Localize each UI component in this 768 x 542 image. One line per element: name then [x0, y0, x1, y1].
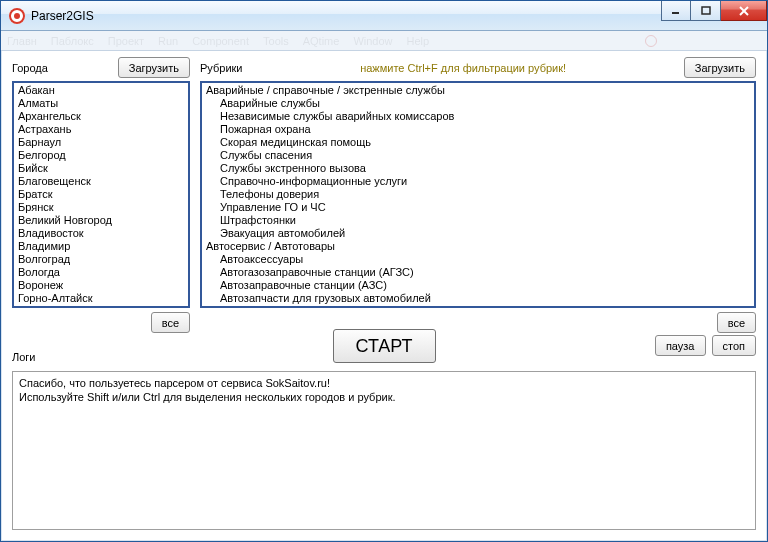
list-item[interactable]: Архангельск — [14, 110, 188, 123]
minimize-icon — [671, 6, 681, 16]
list-item[interactable]: Брянск — [14, 201, 188, 214]
minimize-button[interactable] — [661, 1, 691, 21]
content-area: Города Загрузить АбаканАлматыАрхангельск… — [2, 51, 766, 540]
list-item[interactable]: Штрафстоянки — [202, 214, 754, 227]
start-button[interactable]: СТАРТ — [333, 329, 436, 363]
cities-panel: Города Загрузить АбаканАлматыАрхангельск… — [12, 57, 190, 319]
rubrics-listbox[interactable]: Аварийные / справочные / экстренные служ… — [200, 81, 756, 308]
rubrics-panel: Рубрики нажмите Ctrl+F для фильтрации ру… — [200, 57, 756, 319]
list-item[interactable]: Владивосток — [14, 227, 188, 240]
list-item[interactable]: Автозаправочные станции (АЗС) — [202, 279, 754, 292]
cities-load-button[interactable]: Загрузить — [118, 57, 190, 78]
list-item[interactable]: Автозапчасти для грузовых автомобилей — [202, 292, 754, 305]
maximize-button[interactable] — [691, 1, 721, 21]
close-icon — [738, 6, 750, 16]
list-item[interactable]: Независимые службы аварийных комиссаров — [202, 110, 754, 123]
list-item[interactable]: Владимир — [14, 240, 188, 253]
list-item[interactable]: Автоаксессуары — [202, 253, 754, 266]
list-item[interactable]: Горно-Алтайск — [14, 292, 188, 305]
list-item[interactable]: Пожарная охрана — [202, 123, 754, 136]
rubrics-load-button[interactable]: Загрузить — [684, 57, 756, 78]
list-item[interactable]: Великий Новгород — [14, 214, 188, 227]
cities-listbox[interactable]: АбаканАлматыАрхангельскАстраханьБарнаулБ… — [12, 81, 190, 308]
list-item[interactable]: Благовещенск — [14, 175, 188, 188]
rubrics-hint: нажмите Ctrl+F для фильтрации рубрик! — [242, 62, 683, 74]
list-item[interactable]: Службы экстренного вызова — [202, 162, 754, 175]
app-window: Parser2GIS ГлавнПаблоксПроектRunComponen… — [0, 0, 768, 542]
window-title: Parser2GIS — [31, 9, 94, 23]
pause-button[interactable]: пауза — [655, 335, 706, 356]
list-item[interactable]: Астрахань — [14, 123, 188, 136]
list-item[interactable]: Бийск — [14, 162, 188, 175]
list-item[interactable]: Телефоны доверия — [202, 188, 754, 201]
list-item[interactable]: Братск — [14, 188, 188, 201]
logs-textbox[interactable]: Спасибо, что пользуетесь парсером от сер… — [12, 371, 756, 530]
list-item[interactable]: Вологда — [14, 266, 188, 279]
list-item[interactable]: Скорая медицинская помощь — [202, 136, 754, 149]
list-item[interactable]: Абакан — [14, 84, 188, 97]
maximize-icon — [701, 6, 711, 16]
cities-label: Города — [12, 62, 48, 74]
log-line: Спасибо, что пользуетесь парсером от сер… — [19, 376, 749, 390]
list-item[interactable]: Белгород — [14, 149, 188, 162]
action-row: Логи СТАРТ пауза стоп — [12, 325, 756, 367]
list-item[interactable]: Аварийные / справочные / экстренные служ… — [202, 84, 754, 97]
menubar-blurred: ГлавнПаблоксПроектRunComponentToolsAQtim… — [1, 31, 767, 51]
list-item[interactable]: Автогазозаправочные станции (АГЗС) — [202, 266, 754, 279]
log-line: Используйте Shift и/или Ctrl для выделен… — [19, 390, 749, 404]
list-item[interactable]: Алматы — [14, 97, 188, 110]
stop-button[interactable]: стоп — [712, 335, 757, 356]
titlebar: Parser2GIS — [1, 1, 767, 31]
close-button[interactable] — [721, 1, 767, 21]
list-item[interactable]: Автосервис / Автотовары — [202, 240, 754, 253]
list-item[interactable]: Управление ГО и ЧС — [202, 201, 754, 214]
list-item[interactable]: Службы спасения — [202, 149, 754, 162]
list-item[interactable]: Волгоград — [14, 253, 188, 266]
list-item[interactable]: Воронеж — [14, 279, 188, 292]
rubrics-label: Рубрики — [200, 62, 242, 74]
list-item[interactable]: Аварийные службы — [202, 97, 754, 110]
logs-label: Логи — [12, 351, 36, 363]
window-controls — [661, 1, 767, 21]
app-icon — [9, 8, 25, 24]
list-item[interactable]: Барнаул — [14, 136, 188, 149]
svg-rect-1 — [702, 7, 710, 14]
list-item[interactable]: Эвакуация автомобилей — [202, 227, 754, 240]
list-item[interactable]: Справочно-информационные услуги — [202, 175, 754, 188]
